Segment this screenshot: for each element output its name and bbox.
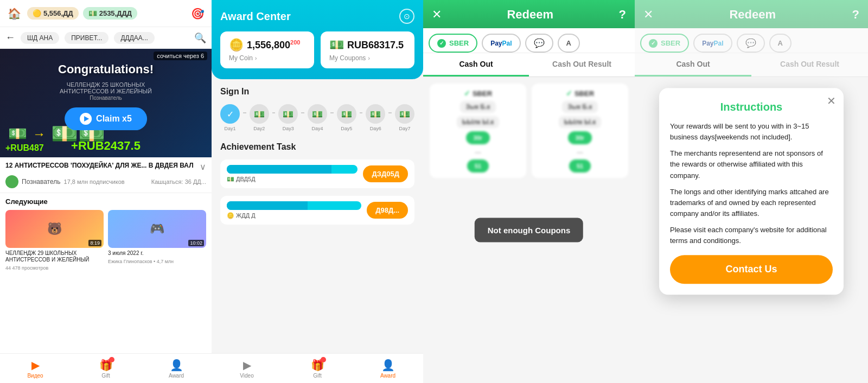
day-item-2: 💵 Day2	[250, 104, 269, 131]
sber-check-opt-1: ✓	[464, 89, 470, 98]
day-label-6: Day6	[370, 126, 381, 131]
p2-nav-gift[interactable]: 🎁 Gift	[282, 359, 353, 379]
day-check-icon: ✓	[227, 109, 234, 119]
payment-tabs-3: ✓ SBER PayPal 💬 A	[423, 28, 635, 53]
p2-video-icon: ▶	[243, 359, 251, 372]
redeem-body-3: ✓ SBER Зык Б.к ЬЫлк Ы.к 30г — 51 ✓ SBER …	[423, 77, 635, 383]
gift-icon: 🎁	[99, 359, 113, 372]
a-tab-3[interactable]: A	[558, 34, 580, 53]
paypal-tab-4[interactable]: PayPal	[693, 34, 732, 53]
coin-stat-main: 🪙 1,556,800200	[229, 38, 300, 52]
coin-label-text: My Coin	[229, 54, 253, 62]
thumb-title-2: 3 июля 2022 г.	[108, 250, 206, 257]
messenger-icon-3: 💬	[534, 38, 545, 48]
paypal-tab-3[interactable]: PayPal	[482, 34, 520, 53]
rub-large: +RUB2437.5	[71, 139, 141, 153]
payment-tabs-4: ✓ SBER PayPal 💬 A	[635, 28, 868, 53]
redeem-title-3: Redeem	[507, 8, 553, 22]
coupon-label-text: My Coupons	[329, 54, 366, 62]
signin-days: ✓ Day1 💵 Day2 💵 Day3 💵	[220, 104, 414, 131]
nav-gift[interactable]: 🎁 Gift	[71, 359, 141, 379]
channel-pill-3[interactable]: ДДДАА...	[114, 32, 154, 44]
channel-pill-2[interactable]: ПРИВЕТ...	[65, 32, 108, 44]
chevron-down-icon[interactable]: ∨	[200, 162, 206, 172]
achievement-bar-fill-1	[227, 165, 331, 174]
arrow-right-icon: →	[33, 126, 46, 142]
overlay-text: ЧЕЛЛЕНДЖ 25 ШКОЛЬНЫХАНТИСТРЕССОВ И ЖЕЛЕЙ…	[60, 81, 152, 101]
coupon-stat-card[interactable]: 💵 RUB68317.5 My Coupons ›	[321, 31, 414, 68]
redeem-btn-2b[interactable]: 51	[569, 159, 591, 173]
coin-badge[interactable]: 🟡 5,556,ДД	[27, 7, 79, 20]
sber-tab-3[interactable]: ✓ SBER	[429, 34, 477, 53]
cashout-tab-4[interactable]: Cash Out	[635, 53, 751, 76]
thumb-meta-2: Ежика Глинопасков • 4,7 млн	[108, 259, 206, 264]
messenger-tab-4[interactable]: 💬	[737, 34, 765, 53]
day-item-5: 💵 Day5	[337, 104, 356, 131]
cashout-tabs-4: Cash Out Cash Out Result	[635, 53, 868, 77]
gift-badge-dot	[109, 357, 114, 362]
nav-award[interactable]: 👤 Award	[141, 359, 212, 379]
money-badge[interactable]: 💵 2535,ДДД	[83, 7, 137, 20]
redeem-option-1: ✓ SBER Зык Б.к ЬЫлк Ы.к 30г — 51	[430, 84, 526, 178]
p2-gift-badge-dot	[321, 357, 326, 362]
redeem-btn-1a[interactable]: 30г	[466, 131, 490, 144]
messenger-tab-3[interactable]: 💬	[525, 34, 553, 53]
award-icon: 👤	[170, 359, 183, 372]
day-connector-3	[301, 112, 304, 113]
redeem-separator-1: —	[475, 148, 481, 156]
channel-nav: ← ШД АНА ПРИВЕТ... ДДДАА... 🔍	[0, 27, 212, 49]
cashout-result-tab-3[interactable]: Cash Out Result	[529, 53, 635, 76]
nav-video[interactable]: ▶ Видео	[0, 359, 71, 379]
redeem-btn-1b[interactable]: 51	[467, 159, 489, 173]
contact-us-button[interactable]: Contact Us	[670, 256, 833, 284]
redeem-close-btn-4[interactable]: ✕	[643, 8, 653, 22]
panel-redeem-instructions: ✕ Redeem ? ✓ SBER PayPal 💬 A Cash Out Ca…	[635, 0, 868, 383]
search-icon[interactable]: 🔍	[194, 32, 206, 44]
day-item-4: 💵 Day4	[308, 104, 327, 131]
instructions-close-btn[interactable]: ✕	[827, 94, 836, 107]
redeem-title-4: Redeem	[729, 8, 776, 22]
back-icon[interactable]: ←	[5, 32, 15, 43]
achievement-bar-bg-1	[227, 165, 358, 174]
a-tab-label-4: A	[778, 39, 783, 47]
p2-nav-award[interactable]: 👤 Award	[353, 359, 423, 379]
redeem-amount-2a: Зык Б.к	[562, 101, 597, 113]
cashout-result-tab-4[interactable]: Cash Out Result	[751, 53, 868, 76]
coin-stat-icon: 🪙	[229, 38, 244, 52]
sber-tab-4[interactable]: ✓ SBER	[640, 34, 689, 53]
thumb-emoji-2: 🎮	[150, 222, 164, 236]
coin-arrow-icon: ›	[255, 55, 257, 61]
day-circle-1: ✓	[220, 104, 240, 124]
thumb-item-2[interactable]: 🎮 10:02 3 июля 2022 г. Ежика Глинопасков…	[108, 210, 206, 271]
not-enough-overlay: Not enough Coupons	[475, 218, 583, 242]
day-circle-3: 💵	[278, 104, 298, 124]
achievement-claim-btn-1[interactable]: ДЗД05Д	[363, 165, 408, 182]
video-player: сочиться через 6 Congratulations! ЧЕЛЛЕН…	[0, 49, 212, 157]
topbar: 🏠 🟡 5,556,ДД 💵 2535,ДДД 🎯	[0, 0, 212, 27]
redeem-btn-2a[interactable]: 30г	[568, 131, 592, 144]
coin-stat-card[interactable]: 🪙 1,556,800200 My Coin ›	[220, 31, 314, 68]
achievement-claim-btn-2[interactable]: Д98Д...	[367, 202, 408, 219]
congratulations-text: Congratulations!	[58, 62, 154, 76]
redeem-close-btn-3[interactable]: ✕	[432, 8, 442, 22]
thumb-item-1[interactable]: 🐻 8:19 ЧЕЛЛЕНДЖ 29 ШКОЛЬНЫХ АНТИСТРЕССОВ…	[5, 210, 104, 271]
coupon-stat-value: RUB68317.5	[347, 40, 404, 51]
claim-button[interactable]: Claim x5	[65, 107, 147, 130]
redeem-help-btn-3[interactable]: ?	[619, 8, 626, 22]
day-money-6: 💵	[370, 109, 381, 119]
day-money-4: 💵	[312, 109, 323, 119]
coupon-stat-main: 💵 RUB68317.5	[329, 38, 404, 52]
p2-nav-video[interactable]: ▶ Video	[212, 359, 282, 379]
settings-icon[interactable]: ⊙	[399, 9, 414, 24]
channel-pill-1[interactable]: ШД АНА	[21, 32, 59, 44]
home-icon[interactable]: 🏠	[5, 5, 23, 22]
paypal-logo-3: PayPal	[490, 40, 512, 47]
redeem-help-btn-4[interactable]: ?	[852, 8, 859, 22]
p2-award-label: Award	[380, 373, 395, 379]
cashout-tab-3[interactable]: Cash Out	[423, 53, 529, 76]
redeem-option-header-1: ✓ SBER	[464, 89, 492, 98]
target-icon[interactable]: 🎯	[189, 5, 206, 22]
redeem-separator-2: —	[577, 148, 583, 156]
a-tab-4[interactable]: A	[769, 34, 792, 53]
channel-name: Познаватель	[22, 178, 61, 186]
